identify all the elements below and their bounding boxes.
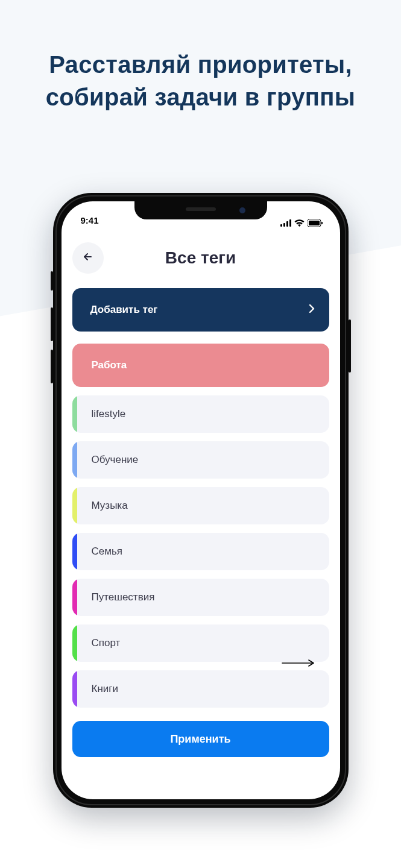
tag-color-stripe <box>72 624 77 662</box>
tag-item[interactable]: Обучение <box>72 441 329 479</box>
front-camera <box>239 207 245 213</box>
phone-frame: 9:41 Все теги <box>53 193 349 808</box>
content-area: Добавить тег РаботаlifestyleОбучениеМузы… <box>62 288 340 757</box>
speaker-grille <box>186 207 216 211</box>
tag-item[interactable]: Музыка <box>72 487 329 524</box>
phone-power-button <box>349 319 351 373</box>
cellular-signal-icon <box>280 219 291 227</box>
tag-item[interactable]: lifestyle <box>72 395 329 433</box>
add-tag-button[interactable]: Добавить тег <box>72 288 329 332</box>
tag-label: Книги <box>92 683 118 695</box>
battery-icon <box>308 219 323 227</box>
tag-label: Спорт <box>92 637 121 649</box>
svg-rect-1 <box>283 223 285 227</box>
tag-color-stripe <box>72 441 77 479</box>
tag-label: Работа <box>92 359 127 371</box>
back-button[interactable] <box>72 242 104 274</box>
app-header: Все теги <box>62 228 340 288</box>
tag-item[interactable]: Спорт <box>72 624 329 662</box>
phone-volume-up <box>51 307 53 341</box>
phone-notch <box>134 201 267 219</box>
tag-item[interactable]: Семья <box>72 533 329 570</box>
tag-color-stripe <box>72 395 77 433</box>
svg-rect-5 <box>309 221 320 225</box>
wifi-icon <box>294 219 305 227</box>
svg-rect-3 <box>289 219 291 227</box>
svg-rect-0 <box>280 224 282 227</box>
tag-list: РаботаlifestyleОбучениеМузыкаСемьяПутеше… <box>72 344 329 708</box>
tag-label: Путешествия <box>92 591 155 603</box>
phone-screen: 9:41 Все теги <box>62 201 340 799</box>
tag-color-stripe <box>72 579 77 616</box>
tag-item[interactable]: Путешествия <box>72 579 329 616</box>
tag-label: lifestyle <box>92 408 126 420</box>
svg-rect-6 <box>321 222 323 224</box>
status-right <box>280 219 323 227</box>
tag-label: Музыка <box>92 500 128 512</box>
tag-label: Обучение <box>92 454 139 466</box>
add-tag-label: Добавить тег <box>90 304 158 316</box>
tag-item[interactable]: Работа <box>72 344 329 387</box>
svg-rect-2 <box>286 221 288 227</box>
promo-heading: Расставляй приоритеты, собирай задачи в … <box>0 0 401 113</box>
arrow-left-icon <box>82 251 94 265</box>
tag-color-stripe <box>72 670 77 708</box>
tag-color-stripe <box>72 533 77 570</box>
tag-color-stripe <box>72 487 77 524</box>
page-title: Все теги <box>165 248 236 268</box>
tag-item[interactable]: Книги <box>72 670 329 708</box>
tag-label: Семья <box>92 546 122 558</box>
phone-silence-switch <box>51 271 53 291</box>
phone-volume-down <box>51 350 53 383</box>
status-time: 9:41 <box>81 215 99 227</box>
chevron-right-icon <box>309 304 315 316</box>
apply-button[interactable]: Применить <box>72 721 329 757</box>
apply-button-label: Применить <box>170 733 230 746</box>
